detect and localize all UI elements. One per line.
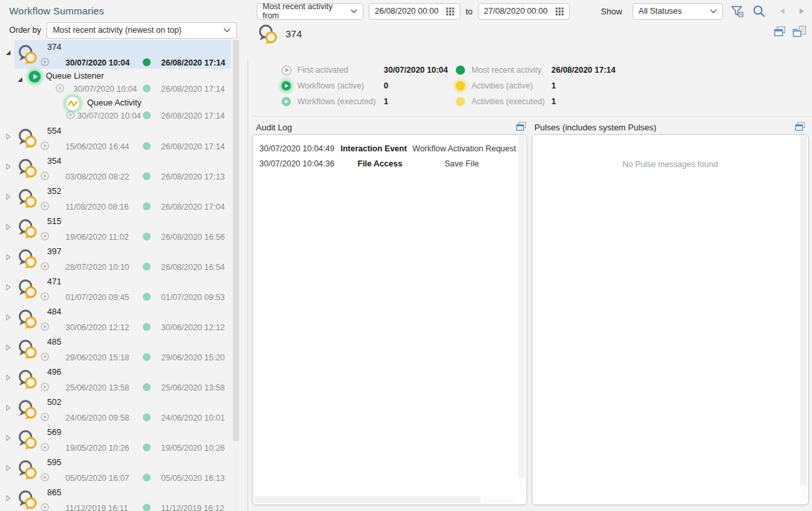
expander-icon[interactable] [16, 76, 24, 84]
audit-horizontal-scrollbar[interactable] [254, 496, 517, 503]
first-activated-icon [66, 111, 75, 119]
previous-arrow-icon[interactable] [775, 3, 790, 19]
tree-item-title: 496 [47, 367, 62, 377]
stat-value: 1 [551, 97, 731, 106]
expander-icon[interactable] [5, 434, 12, 442]
summary-stat: Most recent activity 26/08/2020 17:14 [456, 62, 731, 78]
first-activated-icon [41, 322, 49, 331]
workflow-tree-item[interactable]: 554 15/06/2020 16:44 26/08/2020 17:14 [0, 124, 232, 154]
first-activated-date: 01/07/2020 09:45 [65, 293, 129, 302]
search-icon[interactable] [751, 3, 767, 19]
workflow-icon [16, 127, 40, 149]
order-by-row: Order by Most recent activity (newest on… [9, 22, 237, 39]
audit-log-entry[interactable]: 30/07/2020 10:04:49 Interaction Event Wo… [259, 141, 516, 156]
next-arrow-icon[interactable] [794, 3, 809, 19]
first-activated-date: 30/06/2020 12:12 [65, 323, 129, 332]
filter-funnel-icon[interactable] [729, 3, 745, 19]
expander-icon[interactable] [5, 223, 12, 231]
order-by-select[interactable]: Most recent activity (newest on top) [46, 22, 237, 39]
status-filter-select[interactable]: All Statuses [633, 3, 723, 20]
chevron-down-icon [223, 28, 231, 33]
audit-entry-type: Interaction Event [341, 144, 413, 153]
recent-activity-date: 11/12/2019 16:12 [161, 504, 224, 511]
stat-label: Workflows (executed) [297, 97, 384, 106]
expander-icon[interactable] [5, 404, 12, 412]
stat-label: Activities (active) [471, 81, 551, 90]
recent-activity-date: 26/08/2020 16:56 [161, 233, 225, 242]
workflow-tree-item[interactable]: 374 30/07/2020 10:04 26/08/2020 17:14 [0, 40, 232, 70]
workflow-tree-item[interactable]: 352 11/08/2020 08:16 26/08/2020 17:04 [0, 184, 232, 214]
tree-item-title: 354 [47, 156, 62, 166]
first-activated-icon [41, 172, 49, 180]
workflow-icon [16, 398, 40, 421]
pulses-empty-message: No Pulse messages found [532, 160, 808, 169]
expander-icon[interactable] [5, 374, 12, 382]
recent-activity-date: 01/07/2020 09:53 [161, 293, 225, 302]
workflow-tree-item[interactable]: 485 29/06/2020 15:18 29/06/2020 15:20 [0, 335, 232, 365]
tree-item-title: 374 [47, 42, 62, 52]
pulses-panel: No Pulse messages found [532, 134, 809, 505]
copy-audit-log-icon[interactable] [516, 122, 526, 131]
expander-icon[interactable] [5, 344, 12, 352]
expander-icon[interactable] [5, 464, 12, 472]
tree-item-title: 484 [47, 307, 62, 316]
copy-pulses-icon[interactable] [795, 122, 805, 131]
expander-icon[interactable] [5, 49, 12, 57]
workflow-tree-item[interactable]: 595 05/05/2020 16:07 05/05/2020 16:13 [0, 455, 232, 485]
workflow-icon [16, 187, 40, 210]
copy-summary-icon[interactable] [774, 26, 786, 37]
workflow-tree-item[interactable]: 471 01/07/2020 09:45 01/07/2020 09:53 [0, 274, 232, 305]
range-type-select[interactable]: Most recent activity from [257, 3, 363, 20]
recent-activity-dot-icon [143, 142, 151, 150]
show-label: Show [601, 7, 623, 16]
recent-activity-dot-icon [143, 111, 151, 119]
recent-activity-date: 29/06/2020 15:20 [161, 353, 225, 362]
workflow-tree-item[interactable]: 354 03/08/2020 08:22 26/08/2020 17:13 [0, 154, 232, 184]
workflow-icon [16, 43, 40, 66]
expander-icon[interactable] [5, 133, 12, 141]
status-filter-value: All Statuses [638, 7, 682, 16]
chevron-down-icon [350, 9, 358, 14]
workflow-icon [16, 489, 40, 511]
recent-activity-date: 26/08/2020 17:04 [161, 202, 225, 212]
workflow-icon [257, 23, 280, 45]
tree-scrollbar-thumb[interactable] [233, 40, 239, 441]
expander-icon[interactable] [5, 314, 12, 322]
audit-vertical-scrollbar[interactable] [519, 136, 525, 495]
tree-scrollbar[interactable] [232, 40, 240, 511]
order-by-value: Most recent activity (newest on top) [53, 26, 182, 35]
tree-item-title: 554 [47, 126, 62, 136]
workflow-tree-item[interactable]: 496 25/06/2020 13:58 25/06/2020 13:58 [0, 365, 232, 395]
calendar-icon[interactable] [446, 7, 454, 16]
audit-entry-detail: Save File [445, 159, 479, 168]
calendar-icon[interactable] [555, 7, 564, 16]
expander-icon[interactable] [5, 284, 12, 292]
workflow-tree-item[interactable]: 515 19/06/2020 11:02 26/08/2020 16:56 [0, 214, 232, 244]
workflow-tree-item[interactable]: Queue Activity 30/07/2020 10:04 26/08/20… [0, 97, 232, 124]
recent-activity-date: 26/08/2020 16:54 [161, 263, 225, 272]
recent-activity-dot-icon [143, 353, 151, 361]
expander-icon[interactable] [5, 254, 12, 261]
recent-activity-dot-icon [143, 172, 151, 180]
tree-item-title: 502 [47, 397, 62, 407]
recent-activity-date: 19/05/2020 10:26 [161, 444, 225, 453]
workflow-tree-item[interactable]: Queue Listener 30/07/2020 10:04 26/08/20… [0, 70, 232, 97]
workflow-tree-item[interactable]: 569 19/05/2020 10:26 19/05/2020 10:26 [0, 425, 232, 455]
workflow-tree-item[interactable]: 865 11/12/2019 16:11 11/12/2019 16:12 [0, 485, 232, 511]
open-logs-folder-icon[interactable] [792, 26, 807, 37]
workflow-tree-item[interactable]: 502 24/06/2020 09:58 24/06/2020 10:01 [0, 395, 232, 425]
workflow-tree-item[interactable]: 397 28/07/2020 10:10 26/08/2020 16:54 [0, 244, 232, 274]
stat-status-icon [282, 97, 291, 106]
first-activated-date: 29/06/2020 15:18 [65, 353, 129, 362]
recent-activity-date: 24/06/2020 10:01 [161, 413, 225, 423]
workflow-tree-item[interactable]: 484 30/06/2020 12:12 30/06/2020 12:12 [0, 305, 232, 335]
recent-activity-dot-icon [143, 233, 151, 240]
first-activated-icon [41, 352, 49, 361]
pulses-vertical-scrollbar[interactable] [800, 136, 807, 503]
expander-icon[interactable] [5, 193, 12, 201]
audit-log-entry[interactable]: 30/07/2020 10:04:36 File Access Save Fil… [259, 156, 516, 171]
expander-icon[interactable] [5, 495, 12, 502]
date-to-input[interactable]: 27/08/2020 00:00 [478, 3, 570, 20]
date-from-input[interactable]: 26/08/2020 00:00 [369, 3, 460, 20]
expander-icon[interactable] [5, 163, 12, 171]
